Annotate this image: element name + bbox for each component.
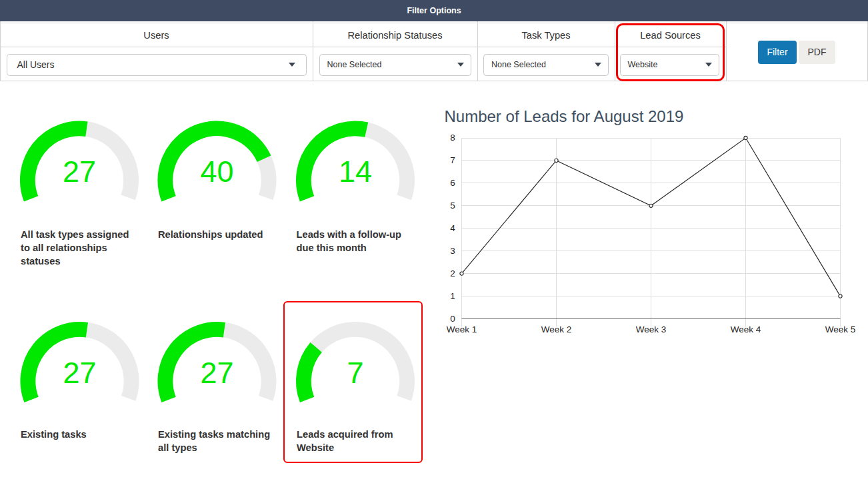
svg-text:4: 4	[450, 223, 455, 233]
svg-text:2: 2	[450, 268, 455, 278]
svg-text:6: 6	[450, 178, 455, 188]
svg-text:14: 14	[339, 155, 372, 189]
svg-text:Week 4: Week 4	[731, 324, 761, 334]
svg-text:7: 7	[450, 155, 455, 165]
svg-text:Number of Leads for August 201: Number of Leads for August 2019	[445, 107, 684, 125]
svg-text:27: 27	[63, 155, 96, 189]
svg-text:Week 1: Week 1	[447, 324, 477, 334]
svg-text:Week 5: Week 5	[825, 324, 856, 334]
svg-text:40: 40	[200, 155, 233, 189]
svg-text:Week 3: Week 3	[636, 324, 667, 334]
svg-text:Week 2: Week 2	[541, 324, 572, 334]
svg-text:27: 27	[200, 356, 233, 390]
svg-text:27: 27	[63, 356, 96, 390]
svg-text:0: 0	[450, 314, 455, 324]
svg-text:3: 3	[450, 246, 455, 256]
svg-text:8: 8	[450, 133, 455, 143]
svg-text:1: 1	[450, 291, 455, 301]
svg-text:5: 5	[450, 201, 455, 211]
svg-text:7: 7	[347, 356, 363, 390]
